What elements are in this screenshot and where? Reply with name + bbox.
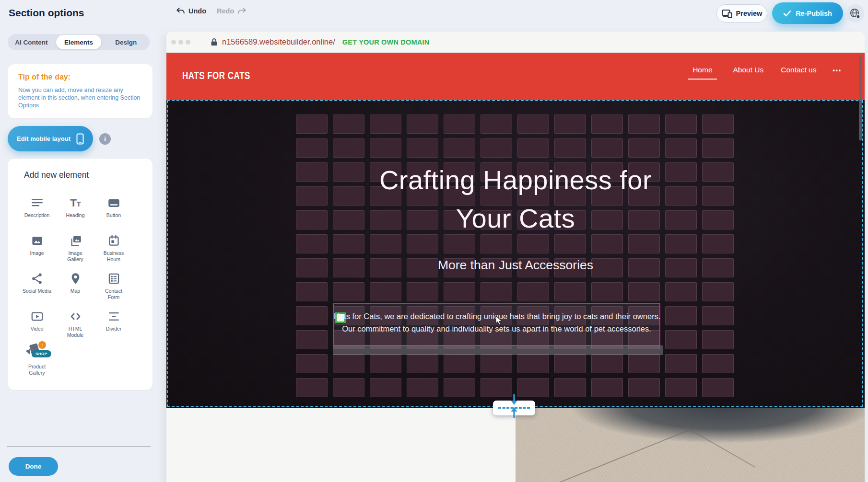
product-gallery-icon: ↑ SHOP: [24, 342, 49, 361]
description-icon: [31, 196, 44, 209]
hero-section[interactable]: Crafting Happiness for Your Cats More th…: [166, 100, 865, 408]
devices-icon: [722, 9, 732, 18]
element-divider[interactable]: Divider: [94, 310, 133, 332]
svg-text:T: T: [70, 197, 77, 209]
window-dot: [186, 40, 190, 45]
panel-tabs: AI Content Elements Design: [8, 34, 150, 50]
element-button[interactable]: Button: [94, 196, 133, 218]
hero-heading[interactable]: Crafting Happiness for Your Cats: [166, 161, 865, 238]
get-domain-link[interactable]: GET YOUR OWN DOMAIN: [342, 38, 430, 46]
edit-mobile-label: Edit mobile layout: [17, 135, 70, 142]
app: Section options Undo Redo Preview: [0, 0, 868, 482]
nav-about[interactable]: About Us: [732, 65, 765, 79]
done-button[interactable]: Done: [9, 457, 58, 476]
element-contact-form[interactable]: Contact Form: [94, 272, 133, 300]
phone-icon: [76, 133, 84, 145]
info-icon[interactable]: i: [99, 133, 111, 145]
address-bar: n1566589.websitebuilder.online/ GET YOUR…: [211, 37, 429, 46]
hero-subheading[interactable]: More than Just Accessories: [166, 258, 865, 273]
page-title: Section options: [9, 7, 84, 19]
element-label: Contact Form: [103, 288, 125, 300]
element-business-hours[interactable]: Business Hours: [94, 234, 133, 263]
image-icon: [31, 234, 44, 247]
preview-button[interactable]: Preview: [716, 4, 767, 23]
video-icon: [31, 310, 44, 323]
map-pin-icon: [69, 272, 82, 285]
element-product-gallery[interactable]: ↑ SHOP Product Gallery: [18, 342, 56, 376]
preview-label: Preview: [736, 10, 762, 17]
element-label: Heading: [56, 212, 94, 218]
section-resize-handle[interactable]: [493, 401, 535, 415]
tip-of-the-day-card: Tip of the day: Now you can add, move an…: [8, 64, 152, 118]
tab-design[interactable]: Design: [103, 35, 149, 49]
window-dot: [171, 40, 176, 45]
add-element-card: Add new element Description T T Heading: [8, 159, 152, 390]
undo-icon: [176, 7, 185, 15]
site-nav: Home About Us Contact us •••: [688, 65, 842, 80]
element-label: Divider: [94, 326, 133, 332]
language-globe-button[interactable]: [846, 4, 864, 23]
redo-label: Redo: [217, 7, 234, 15]
topbar: Section options Undo Redo Preview: [0, 0, 868, 27]
site-preview-window: n1566589.websitebuilder.online/ GET YOUR…: [166, 32, 865, 482]
tip-title: Tip of the day:: [18, 73, 70, 81]
site-header: HATS FOR CATS Home About Us Contact us •…: [166, 53, 865, 100]
nav-home[interactable]: Home: [688, 65, 716, 80]
site-url[interactable]: n1566589.websitebuilder.online/: [222, 37, 335, 46]
text-element-hover-shadow: [333, 345, 663, 355]
panel-divider: [7, 446, 151, 447]
upgrade-badge-icon: ↑: [38, 341, 46, 349]
element-social-media[interactable]: Social Media: [18, 272, 56, 294]
globe-icon: [849, 8, 861, 19]
image-gallery-icon: [69, 234, 82, 247]
business-hours-icon: [107, 234, 120, 247]
lock-icon: [211, 38, 218, 46]
element-label: Social Media: [18, 288, 56, 294]
element-label: Image Gallery: [64, 250, 86, 263]
redo-button[interactable]: Redo: [217, 7, 247, 15]
element-heading[interactable]: T T Heading: [56, 196, 94, 218]
element-label: Product Gallery: [26, 364, 48, 376]
check-icon: [783, 10, 791, 17]
pavement-shadow: [573, 408, 865, 443]
tab-elements[interactable]: Elements: [56, 35, 102, 49]
element-image-gallery[interactable]: Image Gallery: [56, 234, 94, 263]
contact-form-icon: [107, 272, 120, 285]
element-image[interactable]: Image: [18, 234, 56, 256]
site-logo[interactable]: HATS FOR CATS: [182, 69, 250, 82]
element-label: Button: [94, 212, 133, 218]
add-element-title: Add new element: [24, 170, 89, 180]
element-label: HTML Module: [64, 326, 86, 338]
republish-button[interactable]: Re-Publish: [772, 2, 843, 24]
window-controls: [171, 40, 190, 45]
social-media-icon: [31, 272, 44, 285]
browser-bar: n1566589.websitebuilder.online/ GET YOUR…: [166, 32, 865, 53]
element-map[interactable]: Map: [56, 272, 94, 294]
element-label: Video: [18, 326, 56, 332]
tab-ai-content[interactable]: AI Content: [9, 35, 54, 49]
svg-text:T: T: [76, 200, 81, 208]
heading-icon: T T: [69, 196, 82, 209]
nav-contact[interactable]: Contact us: [780, 65, 817, 79]
button-icon: [107, 196, 120, 209]
redo-icon: [237, 7, 247, 15]
element-label: Business Hours: [103, 250, 125, 263]
undo-button[interactable]: Undo: [176, 7, 206, 15]
arrow-down-icon: [509, 393, 519, 406]
mouse-cursor: [495, 315, 503, 326]
element-html-module[interactable]: HTML Module: [56, 310, 94, 338]
element-video[interactable]: Video: [18, 310, 56, 332]
republish-label: Re-Publish: [796, 10, 832, 17]
element-label: Description: [18, 212, 56, 218]
shop-badge: SHOP: [32, 350, 51, 357]
next-section-background: [166, 408, 516, 482]
element-description[interactable]: Description: [18, 196, 56, 218]
tip-body: Now you can add, move and resize any ele…: [18, 86, 143, 109]
undo-label: Undo: [188, 7, 206, 15]
preview-scrollbar[interactable]: [859, 55, 862, 140]
nav-more-button[interactable]: •••: [833, 65, 842, 74]
divider-icon: [107, 310, 120, 323]
arrow-up-icon: [509, 406, 519, 419]
edit-mobile-layout-button[interactable]: Edit mobile layout: [8, 126, 93, 151]
next-section-image: [516, 408, 865, 482]
